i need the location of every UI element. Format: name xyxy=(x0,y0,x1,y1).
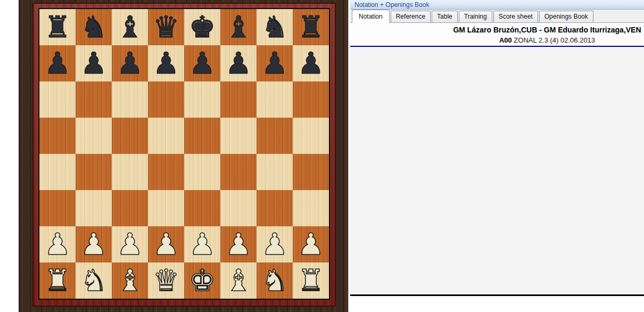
black-pawn[interactable]: ♟ xyxy=(261,45,288,81)
square-e5[interactable] xyxy=(184,118,220,154)
square-d7[interactable]: ♟ xyxy=(148,45,184,81)
square-c1[interactable]: ♝ xyxy=(112,262,148,299)
white-pawn[interactable]: ♟ xyxy=(153,226,179,262)
square-a2[interactable]: ♟ xyxy=(39,226,76,262)
square-b1[interactable]: ♞ xyxy=(76,262,112,299)
white-bishop[interactable]: ♝ xyxy=(117,262,143,299)
square-b5[interactable] xyxy=(76,118,112,154)
black-rook[interactable]: ♜ xyxy=(298,9,324,45)
square-f3[interactable] xyxy=(220,190,257,226)
square-a7[interactable]: ♟ xyxy=(39,45,76,81)
square-g7[interactable]: ♟ xyxy=(257,45,293,81)
square-c3[interactable] xyxy=(112,190,148,226)
square-e2[interactable]: ♟ xyxy=(184,226,220,262)
white-pawn[interactable]: ♟ xyxy=(298,226,324,262)
square-e4[interactable] xyxy=(184,154,220,190)
square-e6[interactable] xyxy=(184,81,220,118)
square-a4[interactable] xyxy=(39,154,76,190)
white-pawn[interactable]: ♟ xyxy=(261,226,288,262)
square-e8[interactable]: ♚ xyxy=(184,9,220,45)
tab-notation[interactable]: Notation xyxy=(352,10,390,23)
black-pawn[interactable]: ♟ xyxy=(225,45,252,81)
square-d1[interactable]: ♛ xyxy=(148,262,184,299)
black-bishop[interactable]: ♝ xyxy=(225,9,252,45)
square-a8[interactable]: ♜ xyxy=(39,9,76,45)
square-d6[interactable] xyxy=(148,81,184,118)
square-d3[interactable] xyxy=(148,190,184,226)
square-c2[interactable]: ♟ xyxy=(112,226,148,262)
square-a6[interactable] xyxy=(39,81,76,118)
tab-training[interactable]: Training xyxy=(459,11,492,22)
square-g2[interactable]: ♟ xyxy=(257,226,293,262)
pane-titlebar[interactable]: Notation + Openings Book xyxy=(350,0,644,10)
black-pawn[interactable]: ♟ xyxy=(117,45,143,81)
white-pawn[interactable]: ♟ xyxy=(117,226,143,262)
square-h6[interactable] xyxy=(293,81,329,118)
white-pawn[interactable]: ♟ xyxy=(80,226,107,262)
square-c7[interactable]: ♟ xyxy=(112,45,148,81)
square-c8[interactable]: ♝ xyxy=(112,9,148,45)
square-a1[interactable]: ♜ xyxy=(39,262,76,299)
black-knight[interactable]: ♞ xyxy=(80,9,107,45)
square-h5[interactable] xyxy=(293,118,329,154)
square-f6[interactable] xyxy=(220,81,257,118)
square-h8[interactable]: ♜ xyxy=(293,9,329,45)
black-rook[interactable]: ♜ xyxy=(44,9,71,45)
square-b2[interactable]: ♟ xyxy=(76,226,112,262)
square-h1[interactable]: ♜ xyxy=(293,262,329,299)
tab-openings-book[interactable]: Openings Book xyxy=(539,11,593,22)
chess-board[interactable]: ♜♞♝♛♚♝♞♜♟♟♟♟♟♟♟♟♟♟♟♟♟♟♟♟♜♞♝♛♚♝♞♜ xyxy=(39,9,329,299)
square-e1[interactable]: ♚ xyxy=(184,262,220,299)
tab-table[interactable]: Table xyxy=(432,11,458,22)
white-king[interactable]: ♚ xyxy=(189,262,216,299)
black-bishop[interactable]: ♝ xyxy=(117,9,143,45)
black-queen[interactable]: ♛ xyxy=(153,9,179,45)
square-g4[interactable] xyxy=(257,154,293,190)
openings-book-area[interactable] xyxy=(350,296,644,312)
square-g3[interactable] xyxy=(257,190,293,226)
black-pawn[interactable]: ♟ xyxy=(298,45,324,81)
black-pawn[interactable]: ♟ xyxy=(80,45,107,81)
black-knight[interactable]: ♞ xyxy=(261,9,288,45)
white-knight[interactable]: ♞ xyxy=(261,262,288,299)
square-c4[interactable] xyxy=(112,154,148,190)
notation-body[interactable] xyxy=(350,48,644,294)
square-b6[interactable] xyxy=(76,81,112,118)
square-c6[interactable] xyxy=(112,81,148,118)
square-b8[interactable]: ♞ xyxy=(76,9,112,45)
tab-score-sheet[interactable]: Score sheet xyxy=(493,11,538,22)
white-queen[interactable]: ♛ xyxy=(153,262,179,299)
black-pawn[interactable]: ♟ xyxy=(189,45,216,81)
square-h3[interactable] xyxy=(293,190,329,226)
square-f8[interactable]: ♝ xyxy=(220,9,257,45)
white-knight[interactable]: ♞ xyxy=(80,262,107,299)
white-pawn[interactable]: ♟ xyxy=(189,226,216,262)
square-f7[interactable]: ♟ xyxy=(220,45,257,81)
square-d8[interactable]: ♛ xyxy=(148,9,184,45)
square-g1[interactable]: ♞ xyxy=(257,262,293,299)
square-d2[interactable]: ♟ xyxy=(148,226,184,262)
square-g6[interactable] xyxy=(257,81,293,118)
square-a5[interactable] xyxy=(39,118,76,154)
square-f1[interactable]: ♝ xyxy=(220,262,257,299)
square-f2[interactable]: ♟ xyxy=(220,226,257,262)
square-c5[interactable] xyxy=(112,118,148,154)
black-pawn[interactable]: ♟ xyxy=(153,45,179,81)
square-h7[interactable]: ♟ xyxy=(293,45,329,81)
square-b7[interactable]: ♟ xyxy=(76,45,112,81)
square-h2[interactable]: ♟ xyxy=(293,226,329,262)
square-d4[interactable] xyxy=(148,154,184,190)
white-pawn[interactable]: ♟ xyxy=(44,226,71,262)
square-d5[interactable] xyxy=(148,118,184,154)
black-king[interactable]: ♚ xyxy=(189,9,216,45)
square-f4[interactable] xyxy=(220,154,257,190)
white-bishop[interactable]: ♝ xyxy=(225,262,252,299)
square-g8[interactable]: ♞ xyxy=(257,9,293,45)
white-rook[interactable]: ♜ xyxy=(44,262,71,299)
square-g5[interactable] xyxy=(257,118,293,154)
square-h4[interactable] xyxy=(293,154,329,190)
square-a3[interactable] xyxy=(39,190,76,226)
white-pawn[interactable]: ♟ xyxy=(225,226,252,262)
black-pawn[interactable]: ♟ xyxy=(44,45,71,81)
square-e3[interactable] xyxy=(184,190,220,226)
